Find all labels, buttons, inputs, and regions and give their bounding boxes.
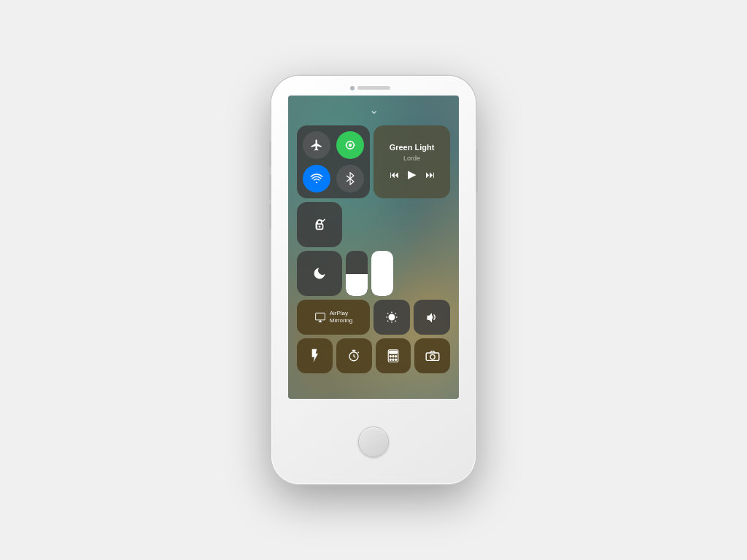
svg-point-23: [430, 354, 434, 359]
play-pause-button[interactable]: ▶: [408, 168, 417, 181]
phone-bottom: [358, 399, 389, 484]
svg-line-7: [387, 313, 388, 314]
track-artist: Lorde: [403, 155, 420, 162]
cc-row-2: [297, 202, 450, 296]
slider-tiles: [346, 202, 393, 296]
cellular-button[interactable]: [336, 131, 364, 159]
svg-point-19: [390, 359, 391, 360]
cc-row-3: AirPlay Mirroring: [297, 300, 450, 335]
svg-point-17: [392, 356, 394, 357]
airplay-mirroring-button[interactable]: AirPlay Mirroring: [297, 300, 370, 335]
airplay-label-2: Mirroring: [330, 317, 353, 324]
timer-button[interactable]: [336, 338, 372, 373]
track-title: Green Light: [390, 143, 435, 152]
wifi-button[interactable]: [303, 165, 330, 192]
airplay-text: AirPlay Mirroring: [330, 310, 353, 324]
iphone-screen: ⌄: [288, 96, 459, 399]
svg-point-4: [389, 314, 395, 320]
calculator-button[interactable]: [376, 338, 411, 373]
svg-point-3: [319, 225, 321, 228]
svg-line-8: [395, 321, 396, 322]
screen-background: ⌄: [288, 96, 459, 399]
airplay-label-1: AirPlay: [330, 310, 353, 317]
flashlight-button[interactable]: [297, 338, 333, 373]
svg-point-18: [395, 356, 397, 357]
previous-button[interactable]: ⏮: [390, 169, 399, 180]
svg-line-11: [387, 321, 388, 322]
connectivity-tile[interactable]: [297, 125, 370, 198]
volume-button[interactable]: [414, 300, 450, 335]
brightness-slider[interactable]: [346, 251, 368, 296]
now-playing-tile[interactable]: Green Light Lorde ⏮ ▶ ⏭: [374, 125, 450, 198]
svg-point-20: [392, 359, 394, 360]
svg-point-1: [349, 144, 352, 147]
svg-line-12: [395, 313, 396, 314]
svg-rect-15: [390, 351, 398, 354]
cc-row-4: [297, 338, 450, 373]
do-not-disturb-button[interactable]: [297, 251, 342, 296]
phone-top-bar: [271, 76, 476, 96]
next-button[interactable]: ⏭: [425, 169, 435, 180]
airplane-mode-button[interactable]: [303, 131, 330, 159]
bluetooth-button[interactable]: [336, 165, 364, 192]
speaker-slot: [357, 86, 390, 90]
home-button[interactable]: [358, 427, 389, 457]
orientation-lock-button[interactable]: [297, 202, 342, 247]
control-center: Green Light Lorde ⏮ ▶ ⏭: [297, 125, 450, 373]
camera-button[interactable]: [414, 338, 450, 373]
cc-row-1: Green Light Lorde ⏮ ▶ ⏭: [297, 125, 450, 198]
brightness-button[interactable]: [374, 300, 410, 335]
volume-slider[interactable]: [371, 251, 393, 296]
iphone-device: ⌄: [271, 76, 476, 484]
svg-point-21: [395, 359, 397, 360]
close-handle[interactable]: ⌄: [369, 103, 379, 117]
playback-controls: ⏮ ▶ ⏭: [390, 168, 435, 181]
svg-point-16: [390, 356, 391, 357]
left-tiles: [297, 202, 342, 296]
